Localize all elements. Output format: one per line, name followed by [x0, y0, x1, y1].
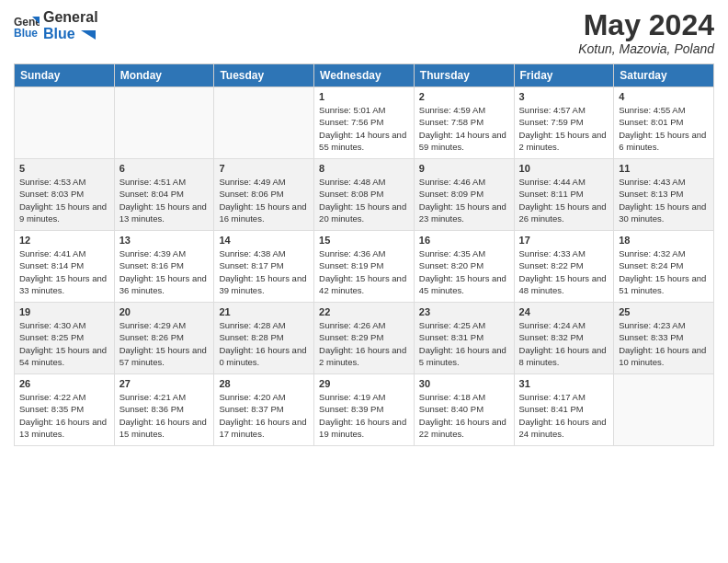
logo-icon: General Blue: [14, 13, 40, 39]
day-number: 24: [519, 306, 609, 317]
calendar-table: Sunday Monday Tuesday Wednesday Thursday…: [14, 63, 714, 446]
day-number: 9: [419, 163, 509, 174]
day-number: 28: [219, 378, 309, 389]
calendar-day-cell: [15, 87, 115, 159]
day-info: Sunrise: 4:46 AMSunset: 8:09 PMDaylight:…: [419, 176, 509, 224]
day-number: 31: [519, 378, 609, 389]
day-number: 30: [419, 378, 509, 389]
calendar-week-row: 5Sunrise: 4:53 AMSunset: 8:03 PMDaylight…: [15, 159, 714, 231]
calendar-day-cell: 28Sunrise: 4:20 AMSunset: 8:37 PMDayligh…: [214, 374, 314, 446]
calendar-page: General Blue General Blue May 2024 Kotun…: [0, 0, 728, 563]
calendar-day-cell: 2Sunrise: 4:59 AMSunset: 7:58 PMDaylight…: [414, 87, 514, 159]
calendar-day-cell: 26Sunrise: 4:22 AMSunset: 8:35 PMDayligh…: [15, 374, 115, 446]
day-info: Sunrise: 4:33 AMSunset: 8:22 PMDaylight:…: [519, 247, 609, 296]
calendar-day-cell: [614, 374, 714, 446]
day-number: 6: [119, 163, 210, 174]
day-info: Sunrise: 4:18 AMSunset: 8:40 PMDaylight:…: [419, 391, 509, 440]
calendar-day-cell: 24Sunrise: 4:24 AMSunset: 8:32 PMDayligh…: [514, 303, 614, 374]
calendar-day-cell: 12Sunrise: 4:41 AMSunset: 8:14 PMDayligh…: [15, 231, 115, 303]
day-number: 5: [19, 163, 109, 174]
svg-marker-3: [81, 30, 96, 40]
logo-text: General Blue: [43, 9, 98, 42]
day-number: 1: [319, 91, 409, 102]
day-number: 26: [19, 378, 109, 389]
calendar-day-cell: 6Sunrise: 4:51 AMSunset: 8:04 PMDaylight…: [114, 159, 214, 231]
subtitle: Kotun, Mazovia, Poland: [578, 41, 714, 56]
header: General Blue General Blue May 2024 Kotun…: [14, 9, 714, 56]
day-number: 25: [619, 306, 709, 317]
day-info: Sunrise: 4:28 AMSunset: 8:28 PMDaylight:…: [219, 319, 309, 368]
calendar-day-cell: 30Sunrise: 4:18 AMSunset: 8:40 PMDayligh…: [414, 374, 514, 446]
day-number: 2: [419, 91, 509, 102]
calendar-day-cell: 14Sunrise: 4:38 AMSunset: 8:17 PMDayligh…: [214, 231, 314, 303]
col-sunday: Sunday: [15, 64, 115, 87]
col-monday: Monday: [114, 64, 214, 87]
svg-text:Blue: Blue: [14, 27, 38, 39]
calendar-day-cell: 20Sunrise: 4:29 AMSunset: 8:26 PMDayligh…: [114, 303, 214, 374]
calendar-day-cell: 21Sunrise: 4:28 AMSunset: 8:28 PMDayligh…: [214, 303, 314, 374]
day-info: Sunrise: 4:41 AMSunset: 8:14 PMDaylight:…: [19, 247, 109, 296]
main-title: May 2024: [578, 9, 714, 41]
day-info: Sunrise: 4:29 AMSunset: 8:26 PMDaylight:…: [119, 319, 210, 368]
day-number: 27: [119, 378, 210, 389]
day-info: Sunrise: 4:49 AMSunset: 8:06 PMDaylight:…: [219, 176, 309, 224]
col-friday: Friday: [514, 64, 614, 87]
calendar-day-cell: 29Sunrise: 4:19 AMSunset: 8:39 PMDayligh…: [314, 374, 415, 446]
day-info: Sunrise: 4:17 AMSunset: 8:41 PMDaylight:…: [519, 391, 609, 440]
day-info: Sunrise: 4:23 AMSunset: 8:33 PMDaylight:…: [619, 319, 709, 368]
calendar-day-cell: 27Sunrise: 4:21 AMSunset: 8:36 PMDayligh…: [114, 374, 214, 446]
day-info: Sunrise: 4:57 AMSunset: 7:59 PMDaylight:…: [519, 104, 609, 153]
day-info: Sunrise: 4:26 AMSunset: 8:29 PMDaylight:…: [319, 319, 409, 368]
calendar-day-cell: 9Sunrise: 4:46 AMSunset: 8:09 PMDaylight…: [414, 159, 514, 231]
title-block: May 2024 Kotun, Mazovia, Poland: [578, 9, 714, 56]
calendar-week-row: 1Sunrise: 5:01 AMSunset: 7:56 PMDaylight…: [15, 87, 714, 159]
day-number: 16: [419, 235, 509, 246]
calendar-day-cell: 10Sunrise: 4:44 AMSunset: 8:11 PMDayligh…: [514, 159, 614, 231]
calendar-day-cell: 7Sunrise: 4:49 AMSunset: 8:06 PMDaylight…: [214, 159, 314, 231]
day-info: Sunrise: 4:32 AMSunset: 8:24 PMDaylight:…: [619, 247, 709, 296]
logo: General Blue General Blue: [14, 9, 98, 42]
calendar-day-cell: 19Sunrise: 4:30 AMSunset: 8:25 PMDayligh…: [15, 303, 115, 374]
col-wednesday: Wednesday: [314, 64, 415, 87]
calendar-day-cell: 17Sunrise: 4:33 AMSunset: 8:22 PMDayligh…: [514, 231, 614, 303]
day-number: 22: [319, 306, 409, 317]
calendar-day-cell: 16Sunrise: 4:35 AMSunset: 8:20 PMDayligh…: [414, 231, 514, 303]
day-number: 14: [219, 235, 309, 246]
day-info: Sunrise: 4:30 AMSunset: 8:25 PMDaylight:…: [19, 319, 109, 368]
calendar-week-row: 19Sunrise: 4:30 AMSunset: 8:25 PMDayligh…: [15, 303, 714, 374]
col-thursday: Thursday: [414, 64, 514, 87]
day-number: 19: [19, 306, 109, 317]
day-info: Sunrise: 5:01 AMSunset: 7:56 PMDaylight:…: [319, 104, 409, 153]
day-info: Sunrise: 4:39 AMSunset: 8:16 PMDaylight:…: [119, 247, 210, 296]
day-number: 3: [519, 91, 609, 102]
day-number: 21: [219, 306, 309, 317]
calendar-day-cell: 11Sunrise: 4:43 AMSunset: 8:13 PMDayligh…: [614, 159, 714, 231]
day-number: 15: [319, 235, 409, 246]
day-number: 17: [519, 235, 609, 246]
day-info: Sunrise: 4:48 AMSunset: 8:08 PMDaylight:…: [319, 176, 409, 224]
day-info: Sunrise: 4:21 AMSunset: 8:36 PMDaylight:…: [119, 391, 210, 440]
calendar-day-cell: [114, 87, 214, 159]
day-info: Sunrise: 4:36 AMSunset: 8:19 PMDaylight:…: [319, 247, 409, 296]
day-number: 8: [319, 163, 409, 174]
calendar-day-cell: 23Sunrise: 4:25 AMSunset: 8:31 PMDayligh…: [414, 303, 514, 374]
day-info: Sunrise: 4:35 AMSunset: 8:20 PMDaylight:…: [419, 247, 509, 296]
day-info: Sunrise: 4:59 AMSunset: 7:58 PMDaylight:…: [419, 104, 509, 153]
calendar-week-row: 26Sunrise: 4:22 AMSunset: 8:35 PMDayligh…: [15, 374, 714, 446]
day-number: 10: [519, 163, 609, 174]
day-info: Sunrise: 4:55 AMSunset: 8:01 PMDaylight:…: [619, 104, 709, 153]
col-tuesday: Tuesday: [214, 64, 314, 87]
calendar-day-cell: [214, 87, 314, 159]
calendar-day-cell: 18Sunrise: 4:32 AMSunset: 8:24 PMDayligh…: [614, 231, 714, 303]
calendar-day-cell: 31Sunrise: 4:17 AMSunset: 8:41 PMDayligh…: [514, 374, 614, 446]
day-info: Sunrise: 4:43 AMSunset: 8:13 PMDaylight:…: [619, 176, 709, 224]
calendar-day-cell: 3Sunrise: 4:57 AMSunset: 7:59 PMDaylight…: [514, 87, 614, 159]
day-number: 12: [19, 235, 109, 246]
day-number: 7: [219, 163, 309, 174]
calendar-day-cell: 15Sunrise: 4:36 AMSunset: 8:19 PMDayligh…: [314, 231, 415, 303]
calendar-day-cell: 1Sunrise: 5:01 AMSunset: 7:56 PMDaylight…: [314, 87, 415, 159]
calendar-day-cell: 8Sunrise: 4:48 AMSunset: 8:08 PMDaylight…: [314, 159, 415, 231]
day-info: Sunrise: 4:20 AMSunset: 8:37 PMDaylight:…: [219, 391, 309, 440]
day-number: 18: [619, 235, 709, 246]
calendar-day-cell: 25Sunrise: 4:23 AMSunset: 8:33 PMDayligh…: [614, 303, 714, 374]
